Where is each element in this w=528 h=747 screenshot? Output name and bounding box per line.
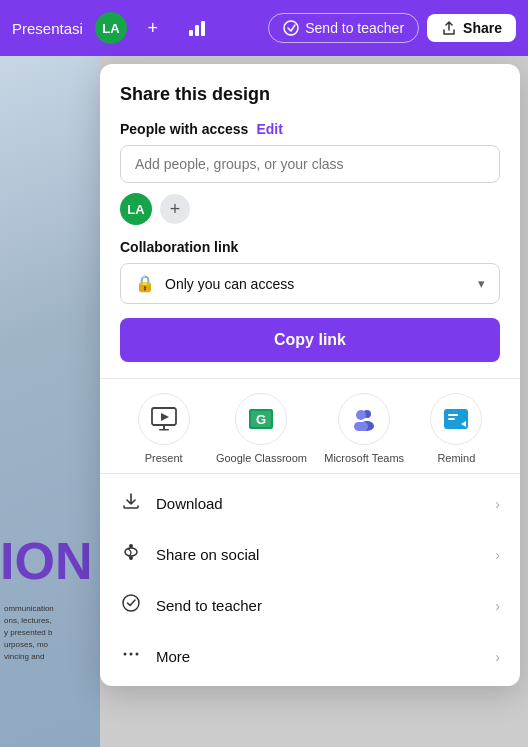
send-teacher-chevron: ›	[495, 598, 500, 614]
send-teacher-label: Send to teacher	[156, 597, 481, 614]
svg-point-14	[356, 410, 366, 420]
svg-rect-20	[129, 544, 133, 548]
share-options: Download › Share on social ›	[100, 474, 520, 686]
app-icons-row: Present G Google Classroom	[100, 379, 520, 474]
download-chevron: ›	[495, 496, 500, 512]
access-level-text: Only you can access	[165, 276, 468, 292]
lock-icon: 🔒	[135, 274, 155, 293]
svg-point-22	[123, 595, 139, 611]
slide-text-small: ommunication ons, lectures, y presented …	[0, 599, 58, 667]
share-social-label: Share on social	[156, 546, 481, 563]
modal-header: Share this design	[100, 64, 520, 109]
people-section: People with access Edit	[100, 109, 520, 183]
avatar[interactable]: LA	[95, 12, 127, 44]
collab-link-section: Collaboration link 🔒 Only you can access…	[100, 225, 520, 304]
chart-button[interactable]	[179, 10, 215, 46]
share-on-social-option[interactable]: Share on social ›	[100, 529, 520, 580]
present-app-icon[interactable]: Present	[129, 393, 199, 465]
copy-link-button[interactable]: Copy link	[120, 318, 500, 362]
microsoft-teams-app-icon[interactable]: Microsoft Teams	[324, 393, 404, 465]
svg-rect-7	[159, 429, 169, 431]
svg-point-24	[130, 653, 133, 656]
remind-app-icon[interactable]: Remind	[421, 393, 491, 465]
send-to-teacher-option[interactable]: Send to teacher ›	[100, 580, 520, 631]
more-label: More	[156, 648, 481, 665]
download-icon	[120, 491, 142, 516]
share-label: Share	[463, 20, 502, 36]
share-button[interactable]: Share	[427, 14, 516, 42]
add-button[interactable]: +	[135, 10, 171, 46]
slide-preview: ION ommunication ons, lectures, y presen…	[0, 56, 100, 747]
svg-rect-17	[448, 414, 458, 416]
people-section-label: People with access	[120, 121, 248, 137]
share-modal: Share this design People with access Edi…	[100, 64, 520, 686]
present-label: Present	[145, 451, 183, 465]
svg-point-25	[136, 653, 139, 656]
more-chevron: ›	[495, 649, 500, 665]
app-title: Presentasi	[12, 20, 83, 37]
svg-rect-15	[354, 422, 368, 431]
svg-rect-6	[163, 425, 165, 429]
access-dropdown[interactable]: 🔒 Only you can access ▾	[120, 263, 500, 304]
svg-marker-5	[161, 413, 169, 421]
svg-rect-1	[195, 25, 199, 36]
people-input[interactable]	[120, 145, 500, 183]
topbar: Presentasi LA + Send to teacher Share	[0, 0, 528, 56]
svg-rect-2	[201, 21, 205, 36]
send-teacher-icon	[120, 593, 142, 618]
download-option[interactable]: Download ›	[100, 478, 520, 529]
svg-text:G: G	[256, 412, 266, 427]
google-classroom-label: Google Classroom	[216, 451, 307, 465]
svg-rect-21	[129, 556, 133, 560]
remind-label: Remind	[437, 451, 475, 465]
send-to-teacher-label: Send to teacher	[305, 20, 404, 36]
download-label: Download	[156, 495, 481, 512]
svg-rect-0	[189, 30, 193, 36]
avatar-row: LA +	[100, 183, 520, 225]
microsoft-teams-label: Microsoft Teams	[324, 451, 404, 465]
share-social-icon	[120, 542, 142, 567]
svg-rect-18	[448, 418, 455, 420]
add-person-button[interactable]: +	[160, 194, 190, 224]
collab-link-label: Collaboration link	[120, 239, 500, 255]
send-to-teacher-button[interactable]: Send to teacher	[268, 13, 419, 43]
more-icon	[120, 644, 142, 669]
share-social-chevron: ›	[495, 547, 500, 563]
svg-point-3	[284, 21, 298, 35]
user-avatar: LA	[120, 193, 152, 225]
svg-point-23	[124, 653, 127, 656]
chevron-down-icon: ▾	[478, 276, 485, 291]
modal-title: Share this design	[120, 84, 270, 104]
edit-link[interactable]: Edit	[256, 121, 282, 137]
slide-text-ion: ION	[0, 535, 92, 587]
more-option[interactable]: More ›	[100, 631, 520, 682]
google-classroom-app-icon[interactable]: G Google Classroom	[216, 393, 307, 465]
